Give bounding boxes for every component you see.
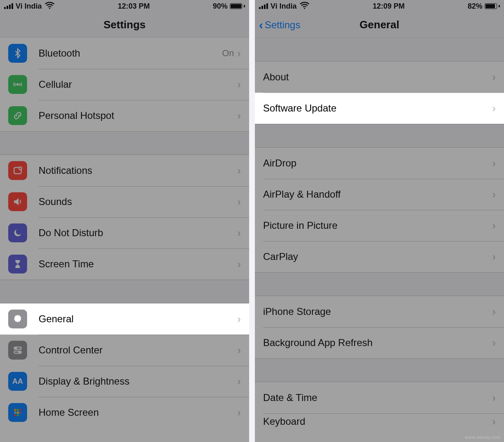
chevron-right-icon: › <box>237 344 241 357</box>
carrier-label: Vi India <box>16 2 42 11</box>
row-notifications[interactable]: Notifications › <box>0 155 249 186</box>
section-gap <box>0 280 249 303</box>
chevron-right-icon: › <box>237 109 241 122</box>
row-homescreen[interactable]: Home Screen › <box>0 397 249 428</box>
nav-bar: ‹ Settings General <box>255 12 504 38</box>
row-bluetooth[interactable]: Bluetooth On › <box>0 38 249 69</box>
row-cellular[interactable]: Cellular › <box>0 69 249 100</box>
row-airdrop[interactable]: AirDrop › <box>255 148 504 179</box>
toggles-icon <box>8 341 27 360</box>
row-label: Keyboard <box>263 416 492 427</box>
back-label: Settings <box>265 19 300 31</box>
row-hotspot[interactable]: Personal Hotspot › <box>0 100 249 131</box>
row-keyboard[interactable]: Keyboard › <box>255 413 504 430</box>
svg-point-3 <box>19 167 22 170</box>
svg-point-1 <box>17 84 18 85</box>
list-group: Date & Time › Keyboard › <box>255 382 504 430</box>
row-bgrefresh[interactable]: Background App Refresh › <box>255 327 504 358</box>
row-label: Software Update <box>263 103 492 114</box>
chevron-right-icon: › <box>237 78 241 91</box>
back-button[interactable]: ‹ Settings <box>259 12 300 37</box>
settings-screen: Vi India 12:03 PM 90% Settings <box>0 0 249 442</box>
chevron-right-icon: › <box>492 305 496 318</box>
chevron-right-icon: › <box>492 415 496 428</box>
battery-icon <box>485 3 500 9</box>
row-carplay[interactable]: CarPlay › <box>255 241 504 272</box>
section-gap <box>255 38 504 62</box>
row-label: Cellular <box>39 79 237 90</box>
moon-icon <box>8 223 27 242</box>
row-storage[interactable]: iPhone Storage › <box>255 296 504 327</box>
list-group: iPhone Storage › Background App Refresh … <box>255 296 504 358</box>
section-gap <box>255 358 504 382</box>
chevron-right-icon: › <box>492 251 496 263</box>
clock: 12:03 PM <box>118 2 150 11</box>
row-pip[interactable]: Picture in Picture › <box>255 210 504 241</box>
row-label: Bluetooth <box>39 48 222 59</box>
svg-point-6 <box>15 348 16 349</box>
row-datetime[interactable]: Date & Time › <box>255 382 504 413</box>
row-label: Home Screen <box>39 407 237 418</box>
row-label: Screen Time <box>39 258 237 270</box>
row-label: Date & Time <box>263 392 492 403</box>
row-display[interactable]: AA Display & Brightness › <box>0 366 249 397</box>
svg-point-8 <box>19 351 20 353</box>
chevron-right-icon: › <box>492 71 496 84</box>
wifi-icon <box>299 0 310 13</box>
speaker-icon <box>8 192 27 211</box>
row-dnd[interactable]: Do Not Disturb › <box>0 217 249 248</box>
chevron-right-icon: › <box>492 392 496 404</box>
row-general[interactable]: General › <box>0 303 249 335</box>
page-title: General <box>360 18 399 31</box>
status-bar: Vi India 12:09 PM 82% <box>255 0 504 12</box>
battery-percent: 90% <box>213 2 227 11</box>
chevron-right-icon: › <box>492 337 496 349</box>
svg-point-18 <box>304 8 305 9</box>
list-group: AirDrop › AirPlay & Handoff › Picture in… <box>255 148 504 272</box>
aa-icon: AA <box>8 372 27 391</box>
battery-icon <box>230 3 245 9</box>
bluetooth-icon <box>8 44 27 63</box>
chevron-right-icon: › <box>492 102 496 115</box>
nav-bar: Settings <box>0 12 249 38</box>
row-label: Sounds <box>39 196 237 207</box>
svg-rect-17 <box>19 414 21 416</box>
page-title: Settings <box>103 18 146 31</box>
row-controlcenter[interactable]: Control Center › <box>0 335 249 366</box>
chevron-right-icon: › <box>237 375 241 388</box>
chevron-right-icon: › <box>237 47 241 60</box>
row-value: On <box>222 48 234 59</box>
status-bar: Vi India 12:03 PM 90% <box>0 0 249 12</box>
antenna-icon <box>8 75 27 94</box>
grid-icon <box>8 403 27 422</box>
svg-rect-14 <box>19 412 21 414</box>
signal-icon <box>259 3 268 9</box>
list-group: General › Control Center › AA Display & … <box>0 303 249 428</box>
row-label: Notifications <box>39 165 237 176</box>
list-group: Bluetooth On › Cellular › Personal Hotsp… <box>0 38 249 131</box>
battery-percent: 82% <box>467 2 482 11</box>
row-sounds[interactable]: Sounds › <box>0 186 249 217</box>
chevron-left-icon: ‹ <box>259 19 263 31</box>
carrier-label: Vi India <box>270 2 297 11</box>
row-about[interactable]: About › <box>255 62 504 93</box>
svg-point-0 <box>49 8 50 9</box>
section-gap <box>255 124 504 148</box>
row-software-update[interactable]: Software Update › <box>255 93 504 124</box>
svg-rect-9 <box>14 409 16 411</box>
svg-rect-15 <box>14 414 16 416</box>
row-label: Control Center <box>39 344 237 356</box>
row-airplay[interactable]: AirPlay & Handoff › <box>255 179 504 210</box>
row-screentime[interactable]: Screen Time › <box>0 248 249 280</box>
list-group: Notifications › Sounds › Do Not Disturb … <box>0 155 249 280</box>
chevron-right-icon: › <box>492 157 496 170</box>
svg-rect-10 <box>17 409 19 411</box>
row-label: Personal Hotspot <box>39 110 237 121</box>
row-label: Display & Brightness <box>39 376 237 387</box>
chevron-right-icon: › <box>237 164 241 177</box>
row-label: General <box>39 313 237 325</box>
row-label: iPhone Storage <box>263 306 492 317</box>
svg-rect-12 <box>14 412 16 414</box>
section-gap <box>255 272 504 296</box>
wifi-icon <box>44 0 55 13</box>
